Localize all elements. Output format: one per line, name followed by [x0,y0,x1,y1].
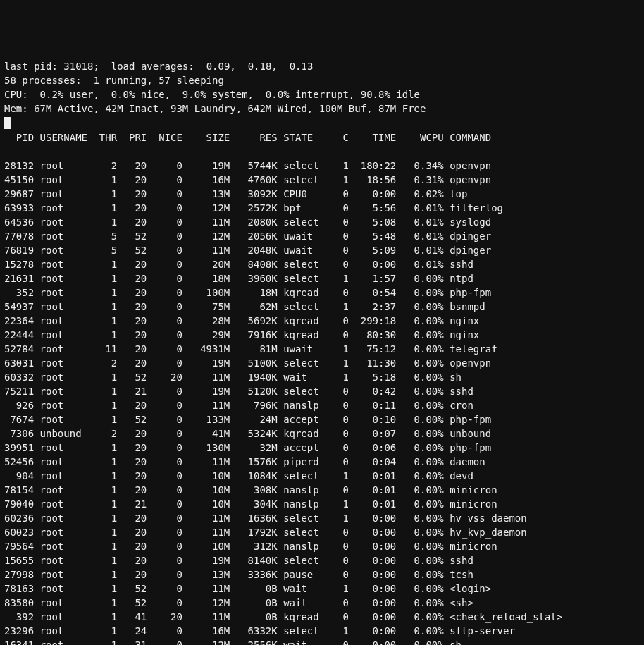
cursor-icon [4,117,11,129]
column-headers: PID USERNAME THR PRI NICE SIZE RES STATE… [4,132,491,143]
summary-line-mem: Mem: 67M Active, 42M Inact, 93M Laundry,… [4,103,426,114]
summary-line-cpu: CPU: 0.2% user, 0.0% nice, 9.0% system, … [4,89,420,100]
process-listing: 28132 root 2 20 0 19M 5744K select 1 180… [4,160,562,645]
summary-line-2: 58 processes: 1 running, 57 sleeping [4,75,224,86]
summary-line-1: last pid: 31018; load averages: 0.09, 0.… [4,61,313,72]
top-output: last pid: 31018; load averages: 0.09, 0.… [0,56,644,645]
